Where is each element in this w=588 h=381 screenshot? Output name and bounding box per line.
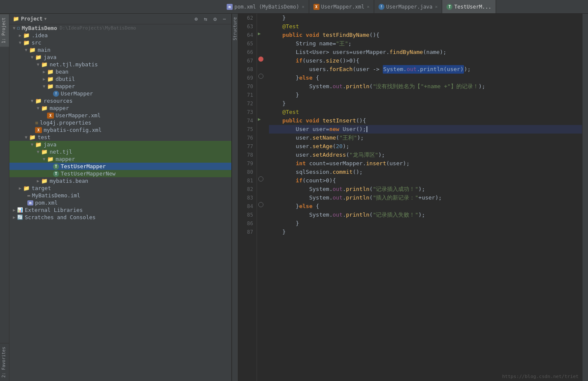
arrow-mapper: ▼	[41, 84, 47, 89]
breakpoint-69[interactable]	[258, 74, 263, 79]
tab-usermapper-xml[interactable]: X UserMapper.xml ✕	[309, 0, 374, 13]
tab-usermapper-java[interactable]: ! UserMapper.java ✕	[374, 0, 442, 13]
tree-item-mybatis-config[interactable]: X mybatis-config.xml	[9, 126, 231, 134]
tree-item-log4j[interactable]: ≡ log4j.properties	[9, 119, 231, 126]
run-gutter-64[interactable]: ▶	[258, 31, 261, 36]
tab-project[interactable]: 1: Project	[0, 14, 9, 47]
tree-label-iml: MyBatisDemo.iml	[32, 192, 80, 199]
tree-item-pom[interactable]: m pom.xml	[9, 199, 231, 206]
tree-item-testusermapper[interactable]: T TestUserMapper	[9, 163, 231, 170]
tree-item-mapper-res[interactable]: ▼ 📁 mapper	[9, 104, 231, 112]
tree-item-dbutil[interactable]: ▶ 📁 dbutil	[9, 75, 231, 83]
code-line-64: public void testFindByName(){	[269, 31, 582, 39]
tree-label-testusermapper: TestUserMapper	[61, 163, 106, 170]
tree-item-mybatisdemo-iml[interactable]: ▬ MyBatisDemo.iml	[9, 192, 231, 199]
tab-testusermapper-label: TestUserM...	[454, 4, 491, 10]
sidebar-title: 📁 Project ▼	[13, 16, 47, 22]
folder-mapper-res-icon: 📁	[41, 105, 48, 111]
tab-favorites[interactable]: 2: Favorites	[0, 343, 9, 381]
breakpoint-81[interactable]	[258, 176, 263, 182]
run-gutter-74[interactable]: ▶	[258, 116, 261, 122]
folder-icon-sidebar: 📁	[13, 16, 19, 22]
code-line-80: sqlSession.commit();	[269, 168, 582, 176]
arrow-mybatisdemo: ▼	[11, 26, 17, 30]
tree-item-mybatisdemo[interactable]: ▼ ◻ MyBatisDemo D:\IdeaProjects\MyBatisD…	[9, 24, 231, 32]
tree-label-mybatis-bean: mybatis.bean	[50, 178, 88, 184]
tree-item-mapper-test[interactable]: ▼ 📁 mapper	[9, 155, 231, 163]
tree-label-mapper: mapper	[56, 83, 75, 89]
tab-usermapper-xml-label: UserMapper.xml	[321, 4, 364, 10]
code-line-74: public void testInsert(){	[269, 116, 582, 125]
main-layout: 1: Project 2: Favorites 📁 Project ▼ ⊕ ⇆ …	[0, 14, 588, 381]
tree-item-scratches[interactable]: ▶ 🔄 Scratches and Consoles	[9, 214, 231, 221]
code-line-71: }	[269, 91, 582, 99]
tree-item-bean[interactable]: ▶ 📁 bean	[9, 68, 231, 75]
spacer	[0, 47, 9, 343]
tab-pom-close[interactable]: ✕	[302, 4, 304, 9]
tree-item-resources[interactable]: ▼ 📁 resources	[9, 97, 231, 104]
sidebar-toolbar: 📁 Project ▼ ⊕ ⇆ ⚙ −	[9, 14, 231, 24]
arrow-bean: ▶	[41, 69, 47, 74]
tree-item-external-libraries[interactable]: ▶ 📊 External Libraries	[9, 206, 231, 214]
arrow-idea: ▶	[17, 33, 23, 38]
tree-label-idea: .idea	[32, 32, 48, 39]
breakpoint-84[interactable]	[258, 202, 263, 207]
code-line-62: }	[269, 14, 582, 22]
structure-tab[interactable]: Structure	[232, 14, 238, 44]
minimize-icon[interactable]: −	[221, 15, 228, 22]
breakpoint-67[interactable]	[258, 57, 263, 62]
locate-in-tree-icon[interactable]: ⊕	[193, 15, 200, 22]
tree-item-src[interactable]: ▼ 📁 src	[9, 39, 231, 46]
arrow-test-java: ▼	[29, 142, 35, 147]
tree-item-net-tjl[interactable]: ▼ 📁 net.tjl	[9, 148, 231, 155]
tree-label-external: External Libraries	[25, 207, 83, 213]
code-editor[interactable]: } @Test public void testFindByName(){ St…	[266, 14, 582, 381]
code-line-70: System.out.println("没有找到姓名为【"+name +"】的记…	[269, 82, 582, 91]
tree-item-testusermappernew[interactable]: T TestUserMapperNew	[9, 170, 231, 177]
tree-label-log4j: log4j.properties	[40, 119, 91, 126]
dropdown-arrow[interactable]: ▼	[44, 17, 47, 21]
code-line-75: User user=new User();	[269, 125, 582, 134]
code-line-66: List<User> users=userMapper.findByName(n…	[269, 48, 582, 57]
pom-icon: m	[227, 4, 233, 10]
arrow-mapper-res: ▼	[35, 106, 41, 110]
arrow-net-tjl: ▼	[35, 149, 41, 154]
collapse-all-icon[interactable]: ⇆	[202, 15, 209, 22]
tab-usermapper-java-close[interactable]: ✕	[435, 4, 437, 9]
folder-bean-icon: 📁	[47, 68, 54, 75]
tree-label-package: net.tjl.mybatis	[50, 61, 98, 68]
tab-pom[interactable]: m pom.xml (MyBatisDemo) ✕	[222, 0, 309, 13]
tab-testusermapper[interactable]: T TestUserM...	[442, 0, 496, 13]
tree-item-main[interactable]: ▼ 📁 main	[9, 46, 231, 54]
tree-item-usermapper-xml[interactable]: X UserMapper.xml	[9, 112, 231, 119]
tree-item-test-java[interactable]: ▼ 📁 java	[9, 141, 231, 148]
java-mapper-icon: !	[53, 91, 59, 97]
folder-idea-icon: 📁	[23, 32, 30, 39]
code-line-67: if(users.size()>0){	[269, 57, 582, 65]
right-scrollbar[interactable]	[582, 14, 588, 381]
tree-item-test[interactable]: ▼ 📁 test	[9, 134, 231, 141]
tree-label-usermapper-xml: UserMapper.xml	[56, 112, 100, 119]
code-line-65: String name="王";	[269, 39, 582, 48]
tab-pom-label: pom.xml (MyBatisDemo)	[234, 4, 299, 10]
tree-item-package[interactable]: ▼ 📁 net.tjl.mybatis	[9, 61, 231, 68]
tree-label-main: main	[38, 47, 50, 53]
xml-icon: X	[313, 4, 319, 10]
structure-panel: Structure	[232, 14, 238, 381]
tree-item-mybatis-bean[interactable]: ▶ 📁 mybatis.bean	[9, 177, 231, 185]
tree-item-target[interactable]: ▶ 📁 target	[9, 185, 231, 192]
folder-src-icon: 📁	[23, 39, 30, 46]
folder-test-icon: 📁	[29, 134, 36, 140]
tree-item-java[interactable]: ▼ 📁 java	[9, 54, 231, 61]
scratches-icon: 🔄	[17, 214, 23, 220]
pom-file-icon: m	[27, 200, 33, 205]
tree-item-usermapper-class[interactable]: ! UserMapper	[9, 90, 231, 97]
gutter: ▶ ▶	[257, 14, 266, 381]
properties-icon: ≡	[35, 120, 38, 126]
code-line-63: @Test	[269, 22, 582, 31]
tree-item-idea[interactable]: ▶ 📁 .idea	[9, 32, 231, 39]
tree-label-mybatisdemo: MyBatisDemo	[22, 25, 57, 31]
tab-usermapper-xml-close[interactable]: ✕	[367, 4, 369, 9]
settings-icon[interactable]: ⚙	[212, 15, 219, 22]
tree-item-mapper[interactable]: ▼ 📁 mapper	[9, 83, 231, 90]
